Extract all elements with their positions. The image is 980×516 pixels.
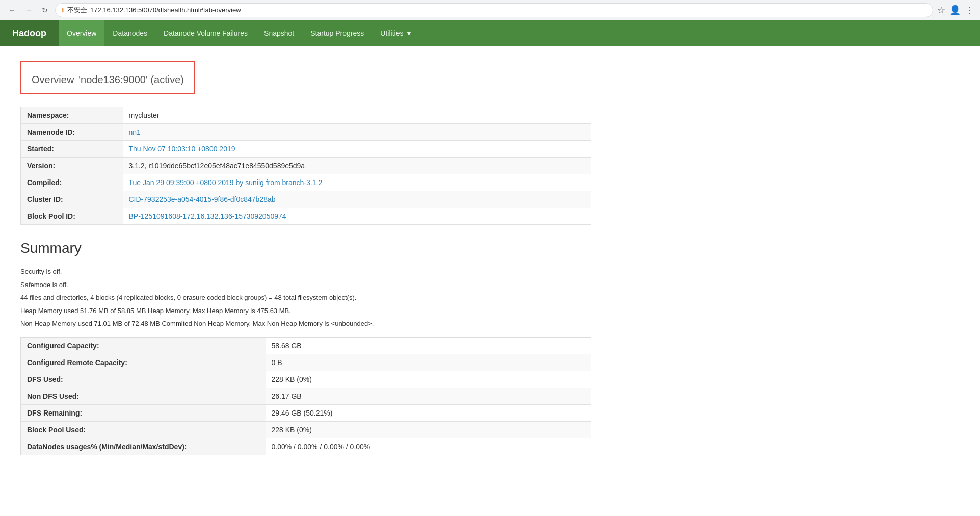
table-key: Namespace: bbox=[21, 107, 123, 124]
menu-icon[interactable]: ⋮ bbox=[965, 5, 974, 16]
table-value: 58.68 GB bbox=[266, 337, 591, 354]
address-bar[interactable]: ℹ 不安全 172.16.132.136:50070/dfshealth.htm… bbox=[55, 3, 933, 17]
overview-title-box: Overview 'node136:9000' (active) bbox=[20, 61, 195, 94]
summary-table: Configured Capacity:58.68 GBConfigured R… bbox=[20, 337, 591, 455]
table-value: 228 KB (0%) bbox=[266, 421, 591, 438]
navbar-nav: Overview Datanodes Datanode Volume Failu… bbox=[59, 20, 420, 46]
table-key: Non DFS Used: bbox=[21, 388, 266, 404]
summary-line: Heap Memory used 51.76 MB of 58.85 MB He… bbox=[20, 306, 591, 316]
table-key: Block Pool ID: bbox=[21, 208, 123, 225]
table-key: Configured Remote Capacity: bbox=[21, 354, 266, 371]
back-button[interactable]: ← bbox=[6, 4, 18, 16]
table-value: 29.46 GB (50.21%) bbox=[266, 404, 591, 421]
page-title: Overview 'node136:9000' (active) bbox=[32, 68, 184, 87]
url-text: 172.16.132.136:50070/dfshealth.html#tab-… bbox=[90, 6, 241, 14]
summary-line: 44 files and directories, 4 blocks (4 re… bbox=[20, 293, 591, 303]
table-row: Cluster ID:CID-7932253e-a054-4015-9f86-d… bbox=[21, 191, 591, 208]
table-value: Thu Nov 07 10:03:10 +0800 2019 bbox=[123, 141, 591, 158]
table-value: 26.17 GB bbox=[266, 388, 591, 404]
table-key: Compiled: bbox=[21, 174, 123, 191]
table-row: DFS Used:228 KB (0%) bbox=[21, 371, 591, 388]
navbar: Hadoop Overview Datanodes Datanode Volum… bbox=[0, 20, 980, 46]
summary-lines: Security is off.Safemode is off.44 files… bbox=[20, 267, 591, 329]
table-row: Started:Thu Nov 07 10:03:10 +0800 2019 bbox=[21, 141, 591, 158]
table-value: 0 B bbox=[266, 354, 591, 371]
nav-item-datanode-volume-failures[interactable]: Datanode Volume Failures bbox=[155, 20, 256, 46]
table-key: Started: bbox=[21, 141, 123, 158]
table-key: Namenode ID: bbox=[21, 124, 123, 141]
table-row: DataNodes usages% (Min/Median/Max/stdDev… bbox=[21, 438, 591, 455]
browser-chrome: ← → ↻ ℹ 不安全 172.16.132.136:50070/dfsheal… bbox=[0, 0, 980, 20]
nav-item-overview[interactable]: Overview bbox=[59, 20, 104, 46]
table-value: BP-1251091608-172.16.132.136-15730920509… bbox=[123, 208, 591, 225]
dropdown-arrow-icon: ▼ bbox=[405, 29, 412, 37]
summary-line: Security is off. bbox=[20, 267, 591, 277]
nav-item-startup-progress[interactable]: Startup Progress bbox=[302, 20, 372, 46]
security-icon: ℹ bbox=[62, 7, 64, 14]
table-row: Namespace:mycluster bbox=[21, 107, 591, 124]
table-value: 3.1.2, r1019dde65bcf12e05ef48ac71e84550d… bbox=[123, 158, 591, 174]
table-row: Compiled:Tue Jan 29 09:39:00 +0800 2019 … bbox=[21, 174, 591, 191]
account-icon[interactable]: 👤 bbox=[949, 5, 961, 16]
table-value: mycluster bbox=[123, 107, 591, 124]
table-value: CID-7932253e-a054-4015-9f86-df0c847b28ab bbox=[123, 191, 591, 208]
table-row: Configured Capacity:58.68 GB bbox=[21, 337, 591, 354]
table-key: DataNodes usages% (Min/Median/Max/stdDev… bbox=[21, 438, 266, 455]
nav-item-datanodes[interactable]: Datanodes bbox=[104, 20, 155, 46]
reload-button[interactable]: ↻ bbox=[39, 4, 51, 16]
table-key: Version: bbox=[21, 158, 123, 174]
summary-line: Safemode is off. bbox=[20, 280, 591, 290]
table-row: Namenode ID:nn1 bbox=[21, 124, 591, 141]
table-row: Block Pool ID:BP-1251091608-172.16.132.1… bbox=[21, 208, 591, 225]
table-value: Tue Jan 29 09:39:00 +0800 2019 by sunilg… bbox=[123, 174, 591, 191]
table-key: DFS Remaining: bbox=[21, 404, 266, 421]
nav-item-snapshot[interactable]: Snapshot bbox=[256, 20, 302, 46]
summary-heading: Summary bbox=[20, 240, 591, 256]
table-row: Block Pool Used:228 KB (0%) bbox=[21, 421, 591, 438]
nav-item-utilities[interactable]: Utilities ▼ bbox=[372, 20, 420, 46]
table-row: Version:3.1.2, r1019dde65bcf12e05ef48ac7… bbox=[21, 158, 591, 174]
summary-line: Non Heap Memory used 71.01 MB of 72.48 M… bbox=[20, 319, 591, 329]
table-row: DFS Remaining:29.46 GB (50.21%) bbox=[21, 404, 591, 421]
table-value: 228 KB (0%) bbox=[266, 371, 591, 388]
browser-icons: ☆ 👤 ⋮ bbox=[937, 5, 974, 16]
table-key: Cluster ID: bbox=[21, 191, 123, 208]
table-key: Block Pool Used: bbox=[21, 421, 266, 438]
forward-button[interactable]: → bbox=[22, 4, 35, 16]
table-value: nn1 bbox=[123, 124, 591, 141]
overview-table: Namespace:myclusterNamenode ID:nn1Starte… bbox=[20, 107, 591, 225]
table-row: Configured Remote Capacity:0 B bbox=[21, 354, 591, 371]
table-key: DFS Used: bbox=[21, 371, 266, 388]
star-icon[interactable]: ☆ bbox=[937, 5, 945, 16]
table-key: Configured Capacity: bbox=[21, 337, 266, 354]
security-label: 不安全 bbox=[67, 6, 87, 15]
table-value: 0.00% / 0.00% / 0.00% / 0.00% bbox=[266, 438, 591, 455]
navbar-brand[interactable]: Hadoop bbox=[0, 20, 59, 46]
table-row: Non DFS Used:26.17 GB bbox=[21, 388, 591, 404]
main-content: Overview 'node136:9000' (active) Namespa… bbox=[0, 46, 612, 471]
overview-subtitle: 'node136:9000' (active) bbox=[78, 74, 184, 85]
